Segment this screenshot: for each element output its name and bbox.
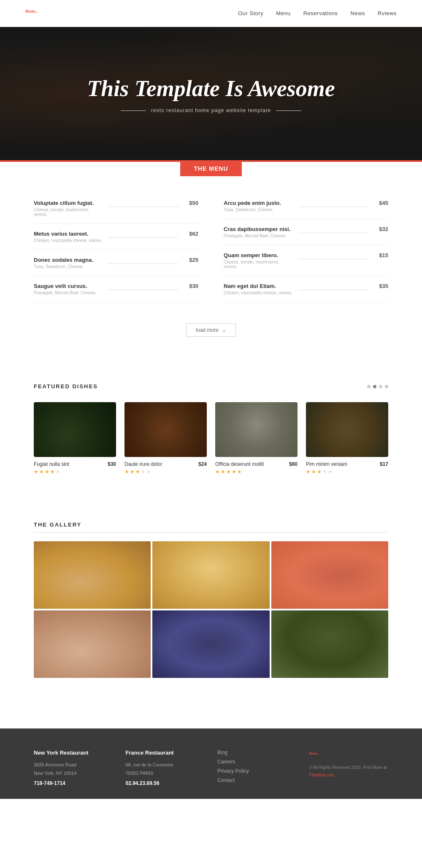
gallery-section: THE GALLERY	[0, 513, 422, 703]
gallery-item-2[interactable]	[152, 541, 269, 609]
dish-image-1	[34, 402, 116, 457]
menu-item-price: $25	[189, 257, 198, 263]
menu-badge-wrap: The Menu	[0, 161, 422, 176]
menu-item-desc: Pineapple, Minced Beef, Cheese.	[224, 234, 294, 238]
menu-item-name: Saugue velit cursus.	[34, 283, 104, 289]
menu-item-name: Donec sodales magna.	[34, 257, 104, 263]
gallery-title: THE GALLERY	[34, 521, 388, 528]
footer-col-ny: New York Restaurant 3926 Anmoore Road Ne…	[34, 750, 113, 786]
footer-copyright: © All Rights Reserved 2014. Find More at…	[309, 764, 389, 779]
menu-badge: The Menu	[180, 161, 241, 176]
footer-col-fr: France Restaurant 68, rue de la Couronne…	[126, 750, 205, 786]
gallery-item-3[interactable]	[271, 541, 388, 609]
menu-item-name: Metus varius laoreet.	[34, 231, 104, 237]
footer-fr-title: France Restaurant	[126, 750, 205, 756]
carousel-dot-2[interactable]	[373, 385, 376, 388]
hero-subtitle: resto restaurant home page website templ…	[87, 107, 335, 113]
spacer	[0, 358, 422, 375]
nav-rviews[interactable]: Rviews	[378, 10, 397, 16]
dish-stars: ★ ★ ★ ★ ★	[34, 469, 116, 475]
nav-our-story[interactable]: Our Story	[238, 10, 263, 16]
featured-header: FEATURED DISHES	[34, 383, 388, 390]
footer-ny-title: New York Restaurant	[34, 750, 113, 756]
menu-item-name: Arcu pede enim justo.	[224, 200, 294, 206]
footer-link-privacy[interactable]: Privacy Policy	[217, 768, 297, 774]
hero-content: This Template Is Awesome resto restauran…	[87, 75, 335, 113]
dishes-grid: Fugiat nulla sint $30 ★ ★ ★ ★ ★ Daute ir…	[34, 402, 388, 475]
dish-price: $30	[108, 461, 116, 467]
dish-stars: ★ ★ ★ ★ ★	[306, 469, 388, 475]
hero-section: This Template Is Awesome resto restauran…	[0, 27, 422, 162]
gallery-image-2	[152, 541, 269, 609]
footer-col-links: Blog Careers Privacy Policy Contact	[217, 750, 297, 786]
carousel-dot-1[interactable]	[367, 385, 371, 388]
footer-link-careers[interactable]: Careers	[217, 759, 297, 765]
menu-item-desc: Chicken, mozzarella cheese, onions.	[224, 290, 294, 295]
hero-title: This Template Is Awesome	[87, 75, 335, 102]
menu-item: Nam eget dui Etiam. Chicken, mozzarella …	[224, 276, 388, 302]
gallery-image-5	[152, 610, 269, 678]
footer-pixelhint-link[interactable]: Pixelhint.com	[309, 773, 334, 777]
main-nav: Our Story Menu Reservations News Rviews	[238, 10, 397, 16]
dish-card: Officia deserunt mollit $60 ★ ★ ★ ★ ★	[215, 402, 298, 475]
menu-item-price: $30	[189, 283, 198, 289]
menu-item-desc: Tuna, Sweetcorn, Cheese.	[34, 264, 104, 269]
menu-item-desc: Tuna, Sweetcorn, Cheese.	[224, 207, 294, 212]
footer-ny-address: 3926 Anmoore Road New York, NY 10014	[34, 761, 113, 778]
menu-item-desc: Cheese, tomato, mushrooms, onions.	[34, 207, 104, 217]
carousel-dots	[367, 385, 388, 388]
menu-item: Saugue velit cursus. Pineapple, Minced B…	[34, 276, 198, 302]
nav-news[interactable]: News	[351, 10, 365, 16]
gallery-image-4	[34, 610, 151, 678]
dish-stars: ★ ★ ★ ★ ★	[215, 469, 298, 475]
menu-item-name: Cras dapibussemper nisi.	[224, 226, 294, 232]
menu-item-price: $32	[379, 226, 388, 232]
featured-section: FEATURED DISHES Fugiat nulla sint $30 ★ …	[0, 375, 422, 496]
chevron-down-icon: ⌄	[222, 327, 226, 333]
gallery-item-4[interactable]	[34, 610, 151, 678]
gallery-image-1	[34, 541, 151, 609]
logo-dot: ...	[35, 9, 38, 13]
gallery-item-1[interactable]	[34, 541, 151, 609]
menu-grid: Voluptate cillum fugiat. Cheese, tomato,…	[34, 193, 388, 302]
dish-price: $24	[198, 461, 207, 467]
menu-item: Arcu pede enim justo. Tuna, Sweetcorn, C…	[224, 193, 388, 219]
dish-price: $60	[289, 461, 298, 467]
gallery-item-6[interactable]	[271, 610, 388, 678]
menu-item-desc: Cheese, tomato, mushrooms, onions.	[224, 260, 294, 269]
menu-left-col: Voluptate cillum fugiat. Cheese, tomato,…	[34, 193, 198, 302]
menu-item-price: $50	[189, 200, 198, 206]
carousel-dot-3[interactable]	[379, 385, 382, 388]
nav-reservations[interactable]: Reservations	[303, 10, 338, 16]
dish-image-2	[124, 402, 207, 457]
load-more-wrap: load more ⌄	[0, 311, 422, 358]
header: Resto... Our Story Menu Reservations New…	[0, 0, 422, 27]
menu-item-price: $15	[379, 252, 388, 258]
menu-item-name: Voluptate cillum fugiat.	[34, 200, 104, 206]
gallery-item-5[interactable]	[152, 610, 269, 678]
menu-item-desc: Pineapple, Minced Beef, Cheese.	[34, 290, 104, 295]
footer: New York Restaurant 3926 Anmoore Road Ne…	[0, 728, 422, 799]
dish-card: Fugiat nulla sint $30 ★ ★ ★ ★ ★	[34, 402, 116, 475]
dish-price: $17	[380, 461, 388, 467]
gallery-image-6	[271, 610, 388, 678]
menu-item-name: Nam eget dui Etiam.	[224, 283, 294, 289]
footer-ny-phone: 718-749-1714	[34, 780, 113, 786]
spacer3	[0, 703, 422, 728]
gallery-image-3	[271, 541, 388, 609]
menu-item: Voluptate cillum fugiat. Cheese, tomato,…	[34, 193, 198, 224]
nav-menu[interactable]: Menu	[276, 10, 291, 16]
dish-image-3	[215, 402, 298, 457]
menu-item: Donec sodales magna. Tuna, Sweetcorn, Ch…	[34, 250, 198, 276]
footer-link-blog[interactable]: Blog	[217, 750, 297, 755]
dish-image-4	[306, 402, 388, 457]
featured-title: FEATURED DISHES	[34, 383, 98, 390]
dish-name: Fugiat nulla sint	[34, 461, 69, 467]
load-more-button[interactable]: load more ⌄	[186, 323, 235, 337]
gallery-grid	[34, 541, 388, 678]
carousel-dot-4[interactable]	[385, 385, 388, 388]
menu-item-price: $35	[379, 283, 388, 289]
menu-item-desc: Chicken, mozzarella cheese, onions.	[34, 238, 104, 243]
footer-link-contact[interactable]: Contact	[217, 777, 297, 783]
footer-fr-address: 68, rue de la Couronne 75002 PARIS	[126, 761, 205, 778]
